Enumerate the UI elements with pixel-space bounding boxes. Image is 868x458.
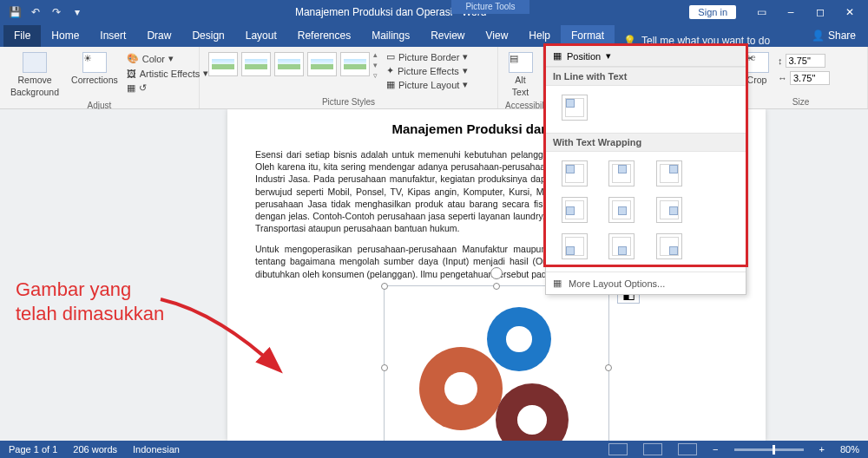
quick-access-toolbar: 💾 ↶ ↷ ▾ (0, 4, 92, 20)
picture-effects-button[interactable]: ✦Picture Effects ▾ (386, 64, 468, 77)
rotate-handle[interactable] (490, 267, 503, 279)
label: Picture Layout (398, 80, 459, 90)
label: Artistic Effects (140, 69, 200, 79)
save-icon[interactable]: 💾 (7, 4, 23, 20)
status-page[interactable]: Page 1 of 1 (9, 444, 57, 455)
status-words[interactable]: 206 words (73, 444, 117, 455)
tab-mailings[interactable]: Mailings (361, 25, 420, 47)
status-language[interactable]: Indonesian (133, 444, 180, 455)
position-middle-right[interactable] (656, 197, 682, 223)
position-top-right[interactable] (656, 160, 682, 186)
minimize-icon[interactable]: – (778, 3, 804, 21)
share-label: Share (828, 29, 856, 42)
compress-icon: ▦ (127, 82, 135, 94)
picture-layout-button[interactable]: ▦Picture Layout ▾ (386, 78, 468, 91)
width-icon: ↔ (778, 73, 787, 83)
height-icon: ↕ (778, 56, 783, 66)
picture-border-button[interactable]: ▭Picture Border ▾ (386, 50, 468, 63)
flyout-section-wrap: With Text Wrapping (546, 133, 746, 152)
ribbon-tabs: File Home Insert Draw Design Layout Refe… (0, 24, 868, 47)
position-bottom-center[interactable] (608, 233, 635, 259)
position-flyout-header[interactable]: ▦ Position ▾ (546, 46, 746, 67)
alt-text-button[interactable]: ▤ Alt Text (505, 50, 536, 99)
border-icon: ▭ (386, 51, 395, 62)
view-print-layout[interactable] (643, 443, 662, 455)
title-bar: 💾 ↶ ↷ ▾ Picture Tools Manajemen Produksi… (0, 0, 868, 24)
position-bottom-left[interactable] (562, 233, 588, 259)
status-bar: Page 1 of 1 206 words Indonesian − + 80% (0, 441, 868, 458)
annotation-arrow-icon (156, 286, 295, 382)
ribbon-display-icon[interactable]: ▭ (748, 3, 774, 21)
tab-help[interactable]: Help (518, 25, 561, 47)
artistic-icon: 🖼 (127, 69, 136, 79)
tab-review[interactable]: Review (420, 25, 475, 47)
compress-reset-row[interactable]: ▦↺ (127, 82, 208, 95)
maximize-icon[interactable]: ◻ (807, 3, 833, 21)
qat-more-icon[interactable]: ▾ (69, 4, 85, 20)
corrections-button[interactable]: ☀ Corrections (68, 50, 122, 87)
more-options-icon: ▦ (553, 278, 562, 289)
resize-handle[interactable] (381, 283, 388, 290)
resize-handle[interactable] (605, 364, 612, 371)
artistic-effects-button[interactable]: 🖼Artistic Effects ▾ (127, 67, 208, 80)
picture-style-thumb[interactable] (340, 52, 370, 76)
view-read-mode[interactable] (608, 443, 628, 455)
picture-style-thumb[interactable] (274, 52, 304, 76)
sign-in-button[interactable]: Sign in (689, 5, 736, 19)
position-flyout: ▦ Position ▾ In Line with Text With Text… (545, 45, 746, 295)
tab-insert[interactable]: Insert (89, 25, 136, 47)
tab-draw[interactable]: Draw (136, 25, 181, 47)
annotation-line: telah dimasukkan (16, 302, 164, 326)
reset-icon: ↺ (139, 82, 147, 94)
document-title: Manajemen Produksi dan Operasi - Word (92, 6, 689, 18)
resize-handle[interactable] (381, 364, 388, 371)
zoom-out-icon[interactable]: − (713, 444, 718, 455)
undo-icon[interactable]: ↶ (28, 4, 43, 20)
height-input[interactable]: ↕ (778, 54, 830, 68)
tab-file[interactable]: File (3, 25, 41, 47)
zoom-level[interactable]: 80% (840, 444, 859, 455)
position-middle-center[interactable] (608, 197, 635, 223)
label: Remove (17, 75, 51, 85)
position-bottom-right[interactable] (656, 233, 682, 259)
tab-design[interactable]: Design (181, 25, 234, 47)
tab-home[interactable]: Home (41, 25, 89, 47)
zoom-slider[interactable] (734, 448, 804, 451)
position-icon: ▦ (553, 50, 562, 62)
tab-view[interactable]: View (476, 25, 519, 47)
picture-style-thumb[interactable] (208, 52, 238, 76)
label: Color (142, 54, 165, 64)
more-layout-options[interactable]: ▦ More Layout Options... (546, 272, 746, 294)
gallery-scroll[interactable]: ▴▾▿ (372, 50, 378, 80)
share-button[interactable]: 👤 Share (799, 29, 868, 47)
width-input[interactable]: ↔ (778, 71, 830, 85)
annotation-text: Gambar yang telah dimasukkan (16, 278, 164, 325)
tab-references[interactable]: References (287, 25, 361, 47)
selected-image[interactable]: ◧ (384, 285, 609, 441)
position-top-center[interactable] (608, 160, 635, 186)
label: More Layout Options... (569, 278, 665, 289)
picture-style-thumb[interactable] (241, 52, 271, 76)
position-top-left[interactable] (562, 160, 588, 186)
gear-orange-icon (419, 347, 503, 430)
position-middle-left[interactable] (562, 197, 588, 223)
zoom-in-icon[interactable]: + (819, 444, 825, 455)
color-icon: 🎨 (127, 53, 139, 64)
remove-background-button[interactable]: Remove Background (7, 50, 62, 99)
label: Picture Border (398, 52, 459, 62)
tab-format[interactable]: Format (561, 25, 615, 47)
color-button[interactable]: 🎨Color ▾ (127, 52, 208, 65)
label: Background (10, 87, 59, 97)
remove-background-icon (23, 52, 47, 73)
view-web-layout[interactable] (678, 443, 697, 455)
close-icon[interactable]: ✕ (837, 3, 863, 21)
position-inline-option[interactable] (562, 95, 588, 121)
annotation-line: Gambar yang (16, 278, 164, 302)
label: Position (567, 51, 601, 62)
flyout-section-inline: In Line with Text (546, 67, 746, 86)
picture-style-thumb[interactable] (307, 52, 337, 76)
resize-handle[interactable] (493, 283, 500, 290)
tab-layout[interactable]: Layout (235, 25, 287, 47)
redo-icon[interactable]: ↷ (49, 4, 64, 20)
label: Crop (747, 75, 767, 85)
